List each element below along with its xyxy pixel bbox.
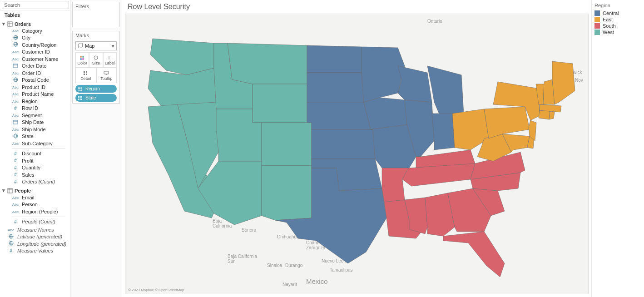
svg-rect-52 <box>80 99 82 100</box>
svg-rect-43 <box>86 74 87 75</box>
map-attribution: © 2023 Mapbox © OpenStreetMap <box>128 288 184 292</box>
state-pennsylvania[interactable] <box>484 107 530 139</box>
svg-point-36 <box>80 58 82 60</box>
legend-item-west[interactable]: West <box>594 29 641 35</box>
state-montana[interactable] <box>228 43 307 84</box>
field-product-name[interactable]: AbcProduct Name <box>0 91 70 98</box>
field-region[interactable]: AbcRegion <box>0 98 70 105</box>
field-orders-count-[interactable]: #Orders (Count) <box>0 178 70 186</box>
field-region-people-[interactable]: AbcRegion (People) <box>0 208 70 215</box>
field-state[interactable]: State <box>0 133 70 140</box>
svg-rect-41 <box>86 71 87 73</box>
field-row-id[interactable]: #Row ID <box>0 105 70 112</box>
field-postal-code[interactable]: Postal Code <box>0 77 70 84</box>
field-discount[interactable]: #Discount <box>0 150 70 158</box>
legend-item-central[interactable]: Central <box>594 10 641 16</box>
field-city[interactable]: City <box>0 35 70 42</box>
field-longitude-generated-[interactable]: Longitude (generated) <box>0 240 70 248</box>
us-map-svg <box>125 14 589 293</box>
svg-point-45 <box>78 87 80 89</box>
label-icon: T <box>107 54 113 61</box>
state-south-dakota[interactable] <box>307 73 364 102</box>
marks-tooltip-button[interactable]: Tooltip <box>96 68 117 83</box>
field-customer-name[interactable]: AbcCustomer Name <box>0 55 70 63</box>
marks-card: Marks Map ▾ Color <box>72 31 120 104</box>
field-product-id[interactable]: AbcProduct ID <box>0 84 70 91</box>
legend-pane: Region CentralEastSouthWest <box>591 0 644 297</box>
svg-rect-20 <box>13 120 18 124</box>
field-measure-values[interactable]: #Measure Values <box>0 248 70 255</box>
marks-detail-button[interactable]: Detail <box>75 68 96 83</box>
state-wyoming[interactable] <box>253 84 307 123</box>
legend-item-south[interactable]: South <box>594 23 641 29</box>
size-icon <box>93 54 99 61</box>
map-view[interactable]: OntarioNewBrunswickNovBajaCaliforniaSono… <box>125 14 589 294</box>
state-iowa[interactable] <box>364 98 407 129</box>
marks-size-button[interactable]: Size <box>89 52 103 68</box>
svg-text:T: T <box>108 55 110 60</box>
state-minnesota[interactable] <box>362 47 405 102</box>
legend-title: Region <box>594 2 641 10</box>
field-ship-date[interactable]: Ship Date <box>0 119 70 126</box>
state-rhode-island[interactable] <box>549 111 555 119</box>
svg-rect-49 <box>78 96 79 98</box>
pill-region[interactable]: Region <box>75 85 117 93</box>
field-person[interactable]: AbcPerson <box>0 201 70 208</box>
legend-item-east[interactable]: East <box>594 16 641 23</box>
data-pane: ▼ Tables ▾OrdersAbcCategoryCityCountry/R… <box>0 0 70 297</box>
pill-state[interactable]: State <box>75 94 117 102</box>
svg-point-34 <box>80 56 82 58</box>
svg-point-38 <box>94 56 98 59</box>
state-colorado[interactable] <box>262 123 312 166</box>
table-people[interactable]: ▾People <box>0 187 70 194</box>
svg-rect-51 <box>78 99 79 100</box>
field-country-region[interactable]: Country/Region <box>0 41 70 49</box>
svg-point-48 <box>80 89 82 91</box>
field-order-date[interactable]: Order Date <box>0 63 70 70</box>
state-michigan[interactable] <box>427 66 464 118</box>
marks-label-button[interactable]: T Label <box>103 52 117 68</box>
svg-rect-25 <box>8 188 12 193</box>
state-kansas[interactable] <box>312 129 375 159</box>
field-email[interactable]: AbcEmail <box>0 194 70 201</box>
state-florida[interactable] <box>443 232 505 277</box>
filters-shelf[interactable]: Filters <box>72 2 120 27</box>
field-order-id[interactable]: AbcOrder ID <box>0 69 70 77</box>
field-latitude-generated-[interactable]: Latitude (generated) <box>0 233 70 241</box>
field-measure-names[interactable]: AbcMeasure Names <box>0 226 70 233</box>
table-orders[interactable]: ▾Orders <box>0 20 70 27</box>
field-sales[interactable]: #Sales <box>0 171 70 178</box>
sheet-title: Row Level Security <box>122 0 591 14</box>
search-input[interactable] <box>2 1 69 9</box>
state-arkansas[interactable] <box>382 168 409 202</box>
svg-point-37 <box>82 58 84 60</box>
mark-type-label: Map <box>85 43 94 49</box>
state-connecticut[interactable] <box>539 110 550 119</box>
svg-rect-50 <box>80 96 82 98</box>
state-north-dakota[interactable] <box>307 45 362 73</box>
field-customer-id[interactable]: AbcCustomer ID <box>0 49 70 56</box>
field-quantity[interactable]: #Quantity <box>0 164 70 172</box>
state-maine[interactable] <box>552 61 575 104</box>
map-icon <box>78 43 83 49</box>
field-ship-mode[interactable]: AbcShip Mode <box>0 126 70 133</box>
marks-color-button[interactable]: Color <box>75 52 89 68</box>
field-sub-category[interactable]: AbcSub-Category <box>0 140 70 147</box>
mark-type-select[interactable]: Map ▾ <box>75 41 117 50</box>
state-wisconsin[interactable] <box>398 66 432 102</box>
state-nebraska[interactable] <box>307 102 371 129</box>
field-people-count-[interactable]: #People (Count) <box>0 218 70 226</box>
field-segment[interactable]: AbcSegment <box>0 112 70 119</box>
state-indiana[interactable] <box>432 114 455 150</box>
field-category[interactable]: AbcCategory <box>0 27 70 35</box>
state-tennessee[interactable] <box>402 163 475 186</box>
tables-header: Tables <box>0 10 70 20</box>
detail-icon <box>77 96 84 100</box>
svg-rect-44 <box>104 71 109 74</box>
svg-point-46 <box>80 87 82 89</box>
viz-area: Row Level Security OntarioNewBrunswickNo… <box>122 0 591 297</box>
field-profit[interactable]: #Profit <box>0 157 70 164</box>
state-washington[interactable] <box>150 39 214 75</box>
field-tree: ▾OrdersAbcCategoryCityCountry/RegionAbcC… <box>0 20 70 297</box>
state-new-mexico[interactable] <box>262 166 312 220</box>
